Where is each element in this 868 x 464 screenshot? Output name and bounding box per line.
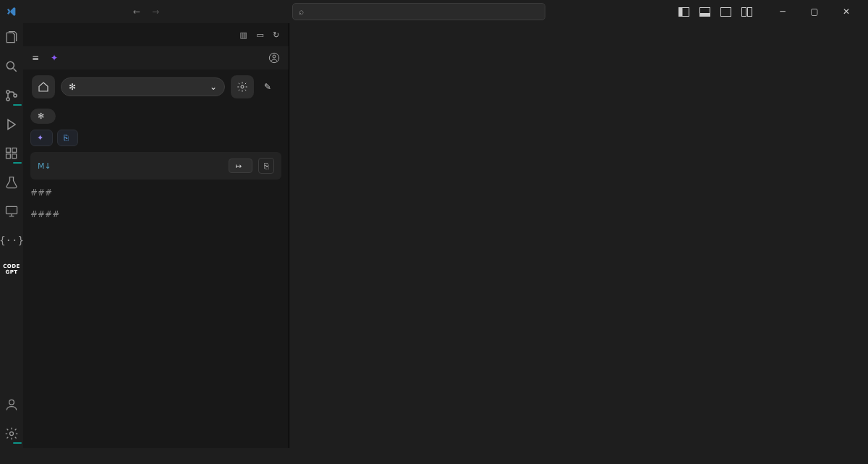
svg-rect-1	[679, 7, 683, 16]
svg-rect-6	[748, 7, 752, 16]
layout-panel-icon[interactable]	[699, 7, 710, 17]
testing-icon[interactable]	[3, 174, 20, 191]
chat-settings-button[interactable]	[231, 75, 254, 98]
search-icon[interactable]	[3, 58, 20, 75]
panel-refresh-icon[interactable]: ↻	[273, 30, 280, 40]
new-chat-button[interactable]: ✎	[260, 82, 280, 92]
svg-rect-13	[12, 154, 17, 159]
chat-menu-button[interactable]: ≡	[32, 53, 43, 63]
svg-point-8	[7, 90, 9, 93]
settings-badge	[13, 442, 22, 444]
run-debug-icon[interactable]	[3, 116, 20, 133]
window-close[interactable]: ✕	[833, 3, 859, 20]
panel-icon-1[interactable]: ▥	[239, 30, 247, 40]
code-explanation-block: ### ####	[30, 185, 281, 222]
file-icon: ⎘	[64, 133, 69, 143]
svg-point-20	[241, 85, 244, 88]
user-avatar-icon[interactable]	[268, 52, 280, 64]
remote-explorer-icon[interactable]	[3, 203, 20, 220]
accounts-icon[interactable]	[3, 396, 20, 413]
settings-gear-icon[interactable]	[3, 425, 20, 442]
window-maximize[interactable]: ▢	[801, 3, 827, 20]
layout-sidebar-right-icon[interactable]	[720, 7, 731, 17]
menu-edit[interactable]	[35, 9, 46, 14]
titlebar: ← → ⌕ ─ ▢ ✕	[0, 0, 868, 23]
codeium-icon[interactable]: {··}	[3, 232, 20, 249]
svg-rect-15	[7, 206, 17, 214]
nav-forward-icon[interactable]: →	[152, 7, 159, 17]
svg-point-19	[273, 55, 276, 58]
sparkle-icon: ✦	[37, 133, 43, 143]
codegpt-icon[interactable]: CODEGPT	[3, 261, 20, 278]
svg-rect-14	[12, 148, 17, 153]
explorer-icon[interactable]	[3, 29, 20, 46]
menu-go[interactable]	[78, 9, 90, 14]
menu-selection[interactable]	[49, 9, 61, 14]
vscode-logo-icon	[6, 6, 17, 17]
customize-layout-icon[interactable]	[741, 7, 752, 17]
sparkle-icon[interactable]: ✦	[51, 53, 58, 63]
svg-rect-4	[721, 7, 731, 16]
panel-icon-2[interactable]: ▭	[256, 30, 264, 40]
svg-point-16	[9, 400, 14, 405]
explain-tag[interactable]: ✦	[30, 130, 53, 146]
nav-back-icon[interactable]: ←	[133, 7, 140, 17]
codegpt-panel: ▥ ▭ ↻ ≡ ✦ ✻ ⌄ ✎ ✻ ✦ ⎘	[23, 23, 289, 448]
extensions-icon[interactable]	[3, 145, 20, 162]
copy-button[interactable]: ⎘	[258, 158, 274, 174]
svg-rect-11	[7, 148, 11, 153]
insert-code-button[interactable]: ↦	[229, 159, 252, 173]
svg-rect-3	[700, 13, 710, 17]
layout-sidebar-left-icon[interactable]	[678, 7, 689, 17]
source-control-icon[interactable]	[3, 87, 20, 104]
ext-badge	[13, 162, 22, 164]
edit-icon: ✎	[264, 82, 271, 92]
menu-overflow[interactable]	[107, 9, 119, 14]
svg-point-9	[7, 98, 9, 101]
search-icon: ⌕	[299, 7, 304, 17]
chevron-down-icon: ⌄	[210, 82, 217, 92]
menu-view[interactable]	[64, 9, 75, 14]
active-model-chip: ✻	[30, 109, 56, 124]
path-tag[interactable]: ⎘	[57, 130, 78, 146]
svg-rect-12	[7, 154, 11, 159]
markdown-card: M↓ ↦ ⎘	[30, 152, 281, 180]
menu-run[interactable]	[93, 9, 104, 14]
svg-point-7	[7, 62, 14, 69]
svg-point-17	[10, 432, 14, 436]
model-selector[interactable]: ✻ ⌄	[61, 77, 225, 96]
openai-icon: ✻	[69, 82, 76, 92]
openai-icon: ✻	[38, 111, 44, 121]
svg-point-10	[14, 94, 17, 97]
home-button[interactable]	[32, 75, 55, 98]
window-minimize[interactable]: ─	[770, 3, 796, 20]
activity-bar: {··} CODEGPT	[0, 23, 23, 448]
markdown-icon: M↓	[38, 161, 51, 171]
command-center[interactable]: ⌕	[292, 3, 545, 20]
svg-rect-5	[742, 7, 746, 16]
scm-badge	[13, 104, 22, 106]
menu-file[interactable]	[20, 9, 32, 14]
